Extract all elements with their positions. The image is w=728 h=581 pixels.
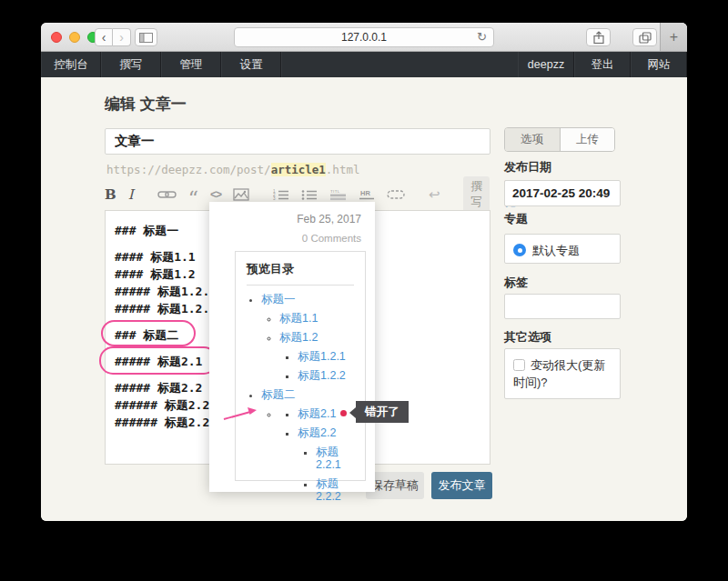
nav-item-username[interactable]: deepzz bbox=[518, 52, 574, 77]
page-content: 编辑 文章一 https://deepzz.com/post/article1.… bbox=[41, 77, 687, 521]
radio-selected-icon[interactable] bbox=[513, 244, 526, 256]
publish-date-input[interactable] bbox=[504, 180, 621, 206]
admin-navbar: 控制台 撰写 管理 设置 deepzz 登出 网站 bbox=[41, 52, 687, 77]
toc-link-1-1[interactable]: 标题1.1 bbox=[279, 312, 318, 325]
toc-item: 标题2.2 标题2.2.1 标题2.2.2 bbox=[298, 426, 354, 503]
browser-titlebar: ‹ › 127.0.0.1 ↻ + bbox=[41, 23, 687, 52]
browser-window: ‹ › 127.0.0.1 ↻ + 控制台 撰写 管理 设置 deepzz 登出… bbox=[41, 23, 687, 521]
tags-input[interactable] bbox=[504, 294, 621, 319]
undo-button[interactable]: ↩ bbox=[429, 185, 440, 204]
checkbox-icon[interactable] bbox=[513, 359, 525, 371]
toc-item: 标题一 标题1.1 标题1.2 标题1.2.1 标题1.2.2 bbox=[261, 293, 354, 382]
toc-item: 标题1.2.1 bbox=[298, 350, 354, 363]
link-icon bbox=[157, 188, 177, 201]
ordered-list-button[interactable]: 123 bbox=[273, 185, 289, 204]
unordered-list-icon bbox=[301, 189, 318, 201]
hr-icon: HR bbox=[359, 188, 375, 201]
post-url-suffix: .html bbox=[326, 163, 360, 176]
toc-link-1-2-2[interactable]: 标题1.2.2 bbox=[298, 369, 346, 382]
toc-link-2-2-1[interactable]: 标题2.2.1 bbox=[316, 446, 341, 471]
other-options-box: 变动很大(更新时间)? bbox=[504, 348, 621, 399]
link-button[interactable] bbox=[157, 185, 177, 204]
reload-icon[interactable]: ↻ bbox=[477, 30, 487, 44]
toc-item: 标题1.1 bbox=[279, 312, 354, 325]
toc-item-misplaced: 标题2.1 错开了 bbox=[298, 407, 354, 420]
heading-button[interactable]: TITL bbox=[329, 185, 347, 204]
post-url-prefix: https://deepzz.com/post/ bbox=[106, 163, 271, 176]
publish-date-label: 发布日期 bbox=[504, 159, 551, 175]
sidebar-toggle-button[interactable] bbox=[135, 28, 157, 46]
minimize-button[interactable] bbox=[69, 32, 80, 43]
forward-button[interactable]: › bbox=[113, 28, 131, 46]
toc-link-2-1[interactable]: 标题2.1 bbox=[298, 407, 336, 420]
post-url-slug: article1 bbox=[271, 163, 326, 176]
bold-button[interactable]: B bbox=[105, 185, 116, 204]
url-text: 127.0.0.1 bbox=[341, 31, 387, 44]
toc-box: 预览目录 标题一 标题1.1 标题1.2 标题1.2.1 标题1.2.2 bbox=[235, 251, 366, 481]
write-tab[interactable]: 撰写 bbox=[463, 176, 490, 213]
tab-upload[interactable]: 上传 bbox=[560, 128, 615, 151]
share-icon bbox=[592, 31, 605, 45]
tab-overview-button[interactable] bbox=[632, 28, 657, 46]
toc-link-2-2[interactable]: 标题2.2 bbox=[298, 426, 336, 439]
post-date: Feb 25, 2017 bbox=[297, 213, 361, 225]
publish-button[interactable]: 发布文章 bbox=[431, 472, 492, 499]
toc-item: 标题2.2.2 bbox=[316, 477, 354, 503]
tab-options[interactable]: 选项 bbox=[505, 128, 560, 151]
nav-item-site[interactable]: 网站 bbox=[631, 52, 687, 77]
toc-link-1-2-1[interactable]: 标题1.2.1 bbox=[298, 350, 346, 363]
toc-link-2-2-2[interactable]: 标题2.2.2 bbox=[316, 477, 341, 503]
topic-option-label[interactable]: 默认专题 bbox=[532, 244, 580, 257]
url-field[interactable]: 127.0.0.1 ↻ bbox=[234, 27, 494, 47]
sidebar-tabs: 选项 上传 bbox=[504, 127, 615, 152]
quote-button[interactable]: “ bbox=[188, 185, 198, 204]
tags-label: 标签 bbox=[504, 275, 528, 291]
error-tooltip: 错开了 bbox=[356, 401, 409, 423]
topic-box: 默认专题 bbox=[504, 234, 621, 264]
image-button[interactable] bbox=[233, 185, 249, 204]
toc-item: 标题1.2 标题1.2.1 标题1.2.2 bbox=[279, 331, 354, 382]
svg-text:HR: HR bbox=[360, 189, 370, 197]
nav-item-settings[interactable]: 设置 bbox=[221, 52, 281, 77]
update-time-option-label[interactable]: 变动很大(更新时间)? bbox=[513, 358, 605, 389]
toc-link-1[interactable]: 标题一 bbox=[261, 293, 296, 306]
tabs-icon bbox=[639, 32, 652, 44]
heading-icon: TITL bbox=[329, 188, 347, 201]
toc-list: 标题一 标题1.1 标题1.2 标题1.2.1 标题1.2.2 标题二 bbox=[247, 293, 354, 503]
page-title: 编辑 文章一 bbox=[105, 94, 187, 115]
sidebar-icon bbox=[139, 33, 153, 43]
image-icon bbox=[233, 188, 249, 201]
post-title-input[interactable] bbox=[105, 128, 490, 155]
toc-empty-level: 标题2.1 错开了 标题2.2 标题2.2.1 标题2.2.2 bbox=[279, 407, 354, 503]
error-dot-icon bbox=[340, 410, 347, 416]
toc-link-1-2[interactable]: 标题1.2 bbox=[279, 331, 318, 344]
topic-label: 专题 bbox=[504, 211, 528, 227]
nav-item-logout[interactable]: 登出 bbox=[574, 52, 631, 77]
close-button[interactable] bbox=[51, 32, 62, 43]
plus-icon: + bbox=[670, 29, 678, 45]
ordered-list-icon: 123 bbox=[273, 189, 289, 201]
svg-text:3: 3 bbox=[273, 196, 276, 201]
code-button[interactable]: <> bbox=[210, 185, 221, 204]
toc-item: 标题1.2.2 bbox=[298, 369, 354, 382]
new-tab-button[interactable]: + bbox=[660, 23, 687, 51]
preview-overlay: Feb 25, 2017 0 Comments 预览目录 标题一 标题1.1 标… bbox=[209, 202, 375, 492]
share-button[interactable] bbox=[586, 28, 611, 46]
comments-count: 0 Comments bbox=[302, 233, 361, 244]
back-button[interactable]: ‹ bbox=[95, 28, 113, 46]
hr-button[interactable]: HR bbox=[359, 185, 375, 204]
fence-icon bbox=[387, 189, 405, 200]
toc-item: 标题二 标题2.1 错开了 标题2.2 bbox=[261, 388, 354, 503]
svg-text:TITL: TITL bbox=[330, 189, 340, 194]
italic-button[interactable]: I bbox=[128, 185, 134, 204]
toc-item: 标题2.2.1 bbox=[316, 446, 354, 471]
toc-link-2[interactable]: 标题二 bbox=[261, 388, 296, 401]
unordered-list-button[interactable] bbox=[301, 185, 318, 204]
nav-item-write[interactable]: 撰写 bbox=[101, 52, 161, 77]
traffic-lights bbox=[51, 32, 98, 43]
other-options-label: 其它选项 bbox=[504, 329, 551, 346]
nav-item-dashboard[interactable]: 控制台 bbox=[41, 52, 101, 77]
post-url: https://deepzz.com/post/article1.html bbox=[106, 163, 359, 176]
nav-item-manage[interactable]: 管理 bbox=[161, 52, 221, 77]
fence-button[interactable] bbox=[387, 185, 405, 204]
